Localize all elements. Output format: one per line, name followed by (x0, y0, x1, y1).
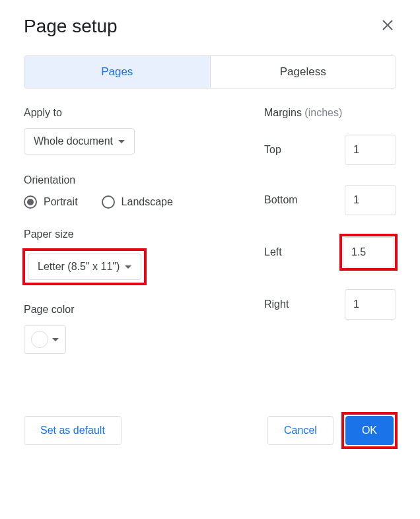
paper-size-value: Letter (8.5" x 11") (38, 261, 120, 273)
margin-right-input[interactable] (345, 289, 396, 320)
tab-group: Pages Pageless (24, 55, 396, 88)
margin-right-label: Right (264, 298, 289, 310)
apply-to-dropdown[interactable]: Whole document (24, 128, 135, 155)
margins-unit: (inches) (304, 107, 342, 118)
margins-label: Margins (264, 107, 302, 118)
caret-down-icon (52, 338, 59, 341)
tab-pageless[interactable]: Pageless (210, 56, 396, 88)
margin-top-input[interactable] (345, 135, 396, 165)
tab-pages[interactable]: Pages (24, 56, 210, 88)
page-color-label: Page color (24, 304, 238, 316)
orientation-portrait-label: Portrait (44, 196, 78, 208)
caret-down-icon (125, 265, 131, 269)
ok-highlight: OK (343, 413, 396, 448)
paper-size-highlight: Letter (8.5" x 11") (24, 250, 145, 284)
close-button[interactable] (379, 17, 396, 36)
margin-left-label: Left (264, 246, 282, 258)
page-color-picker[interactable] (24, 325, 66, 354)
set-default-button[interactable]: Set as default (24, 416, 122, 445)
paper-size-label: Paper size (24, 228, 238, 240)
margin-left-input[interactable] (343, 237, 394, 267)
margins-heading: Margins (inches) (264, 107, 396, 119)
radio-unchecked-icon (102, 195, 115, 209)
orientation-label: Orientation (24, 174, 238, 186)
apply-to-label: Apply to (24, 107, 238, 119)
apply-to-value: Whole document (34, 135, 113, 147)
margin-bottom-label: Bottom (264, 194, 298, 206)
ok-button[interactable]: OK (345, 416, 394, 445)
margin-top-label: Top (264, 144, 281, 156)
orientation-portrait-radio[interactable]: Portrait (24, 195, 78, 209)
caret-down-icon (118, 140, 125, 143)
orientation-landscape-radio[interactable]: Landscape (102, 195, 173, 209)
margin-left-highlight (341, 235, 396, 269)
color-swatch (31, 331, 48, 348)
dialog-title: Page setup (24, 16, 118, 37)
orientation-landscape-label: Landscape (122, 196, 173, 208)
margin-bottom-input[interactable] (345, 185, 396, 215)
radio-checked-icon (24, 195, 37, 209)
cancel-button[interactable]: Cancel (267, 416, 333, 445)
paper-size-dropdown[interactable]: Letter (8.5" x 11") (28, 254, 141, 280)
close-icon (382, 19, 394, 31)
